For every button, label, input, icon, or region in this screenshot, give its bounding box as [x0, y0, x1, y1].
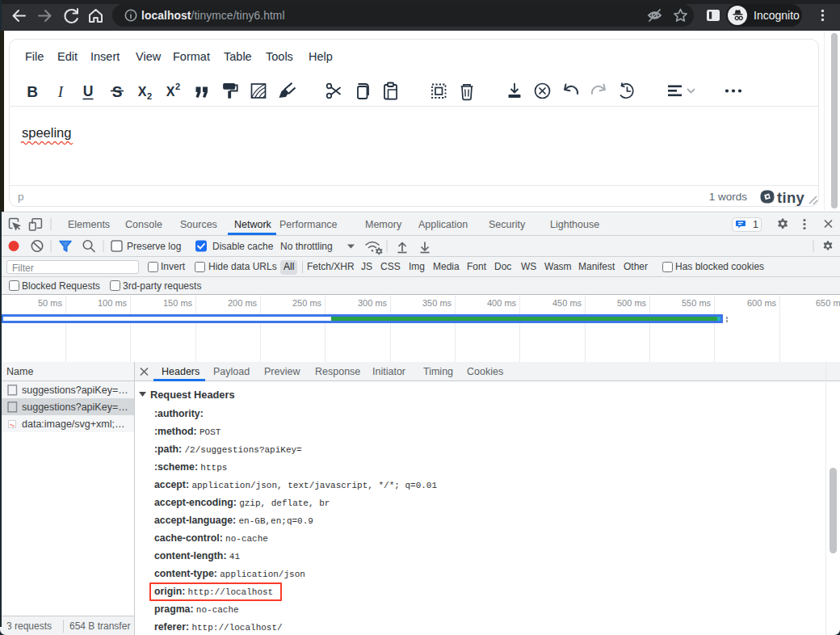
- svg-text:I: I: [57, 83, 65, 100]
- svg-text:2: 2: [175, 82, 180, 91]
- svg-text:2: 2: [147, 91, 152, 101]
- svg-text:1: 1: [753, 219, 758, 230]
- svg-text:X: X: [166, 85, 175, 99]
- svg-text:S: S: [112, 83, 123, 100]
- svg-text:B: B: [27, 83, 38, 100]
- svg-text:U: U: [83, 83, 94, 99]
- svg-text:X: X: [138, 85, 147, 99]
